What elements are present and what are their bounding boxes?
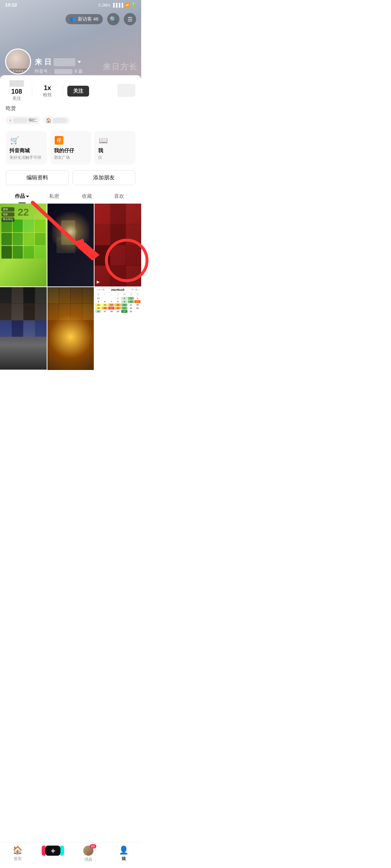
visitors-button[interactable]: 👥 新访客 46 bbox=[66, 14, 103, 24]
tag-gender: ♀ 铜仁 bbox=[6, 116, 40, 124]
video-5-inner bbox=[47, 287, 94, 370]
add-friend-button[interactable]: 添加朋友 bbox=[72, 170, 135, 185]
books-subtitle: 仅 bbox=[98, 155, 102, 160]
stats-row: 108 关注 1x 粉丝 关注 bbox=[0, 75, 141, 105]
tab-private[interactable]: 私密 bbox=[38, 190, 71, 203]
profile-dropdown-icon[interactable] bbox=[77, 61, 81, 63]
stat-following[interactable]: 108 关注 bbox=[6, 80, 28, 102]
followers-label: 粉丝 bbox=[43, 92, 52, 98]
stat-divider-2 bbox=[63, 86, 63, 97]
following-count: 108 bbox=[11, 88, 22, 95]
friends-subtitle: 朋友广场 bbox=[54, 155, 70, 160]
profile-device-count: 6 器 bbox=[75, 68, 83, 75]
bio-section: 吃货 bbox=[0, 105, 141, 115]
tab-dropdown-icon bbox=[26, 196, 29, 197]
video-1-inner: 22 bbox=[0, 204, 47, 286]
shop-icon: 🛒 bbox=[9, 135, 20, 145]
video-cell-6[interactable]: ＜上一月 2022年12月 下一月＞ 日 一 二 三 四 五 六 27 bbox=[94, 287, 141, 370]
menu-button[interactable]: ☰ bbox=[124, 13, 136, 25]
visitors-icon: 👥 bbox=[70, 17, 76, 22]
tabs-row: 作品 私密 收藏 喜欢 bbox=[0, 190, 141, 204]
play-icon-3: ▶ bbox=[97, 280, 100, 284]
tab-works[interactable]: 作品 bbox=[6, 190, 38, 203]
visitors-label: 新访客 46 bbox=[78, 16, 98, 22]
avatar-label: 只不知道来日 bbox=[6, 69, 30, 73]
tab-likes[interactable]: 喜欢 bbox=[103, 190, 136, 203]
profile-name-blur bbox=[54, 58, 75, 66]
following-label: 关注 bbox=[12, 95, 21, 102]
books-icon: 📖 bbox=[98, 135, 108, 145]
profile-name: 来 日 bbox=[35, 57, 83, 67]
video-3-inner: ▶ bbox=[94, 204, 141, 286]
home-icon: 🏠 bbox=[46, 118, 51, 123]
cal-month: 2022年12月 bbox=[111, 288, 125, 292]
followers-count: 1x bbox=[44, 84, 51, 92]
stat-blur-box bbox=[9, 80, 24, 87]
video-4-inner bbox=[0, 287, 47, 370]
feature-friends[interactable]: 仔 我的仔仔 朋友广场 bbox=[50, 131, 91, 165]
video-cell-3[interactable]: ▶ bbox=[94, 204, 141, 286]
tag-home: 🏠 bbox=[43, 117, 70, 124]
friends-icon: 仔 bbox=[54, 135, 64, 145]
hero-section: 来日方长 👥 新访客 46 🔍 ☰ 只不知道来日 来 日 bbox=[0, 0, 141, 80]
menu-icon: ☰ bbox=[127, 16, 133, 23]
tags-row: ♀ 铜仁 🏠 bbox=[0, 115, 141, 128]
profile-id-blur bbox=[54, 69, 72, 74]
profile-card: 108 关注 1x 粉丝 关注 吃货 ♀ 铜仁 bbox=[0, 75, 141, 370]
search-icon: 🔍 bbox=[110, 16, 117, 23]
status-right: 5.2M/s ▐▐▐▐ 📶 🔋 bbox=[98, 3, 136, 7]
books-title: 我 bbox=[98, 148, 103, 154]
stat-follow-btn: 关注 bbox=[67, 86, 89, 97]
shop-title: 抖音商城 bbox=[9, 148, 30, 154]
video-grid: 22 bbox=[0, 204, 141, 370]
profile-info: 只不知道来日 来 日 抖音号： 6 器 bbox=[0, 48, 141, 75]
video-cell-5[interactable] bbox=[47, 287, 94, 370]
video-cell-2[interactable] bbox=[47, 204, 94, 286]
stat-followers[interactable]: 1x 粉丝 bbox=[37, 84, 58, 98]
tag-blur-2 bbox=[52, 118, 67, 123]
hero-nav: 👥 新访客 46 🔍 ☰ bbox=[0, 13, 141, 25]
cal-next: 下一月＞ bbox=[131, 288, 140, 292]
battery-icon: 🔋 bbox=[131, 3, 136, 7]
signal-icon: ▐▐▐▐ bbox=[112, 3, 123, 7]
search-button[interactable]: 🔍 bbox=[107, 13, 119, 25]
video-cell-4[interactable] bbox=[0, 287, 47, 370]
shop-subtitle: 美好生活触手可得 bbox=[9, 155, 41, 160]
bio-text: 吃货 bbox=[6, 105, 16, 111]
video-6-inner: ＜上一月 2022年12月 下一月＞ 日 一 二 三 四 五 六 27 bbox=[94, 287, 141, 370]
status-time: 10:22 bbox=[5, 2, 17, 8]
profile-id-label: 抖音号： bbox=[35, 68, 52, 75]
tag-location: 铜仁 bbox=[29, 117, 37, 123]
avatar[interactable]: 只不知道来日 bbox=[5, 48, 31, 75]
video-cell-1[interactable]: 22 bbox=[0, 204, 47, 286]
profile-id-row: 抖音号： 6 器 bbox=[35, 68, 83, 75]
video-2-inner bbox=[47, 204, 94, 286]
stat-blur-right bbox=[117, 84, 135, 97]
status-bar: 10:22 5.2M/s ▐▐▐▐ 📶 🔋 bbox=[0, 0, 141, 9]
friends-title: 我的仔仔 bbox=[54, 148, 74, 154]
feature-books[interactable]: 📖 我 仅 bbox=[94, 131, 135, 165]
tag-blur-1 bbox=[13, 118, 28, 123]
tab-favorites[interactable]: 收藏 bbox=[71, 190, 103, 203]
features-row: 🛒 抖音商城 美好生活触手可得 仔 我的仔仔 朋友广场 📖 我 仅 bbox=[0, 128, 141, 167]
calendar-header: ＜上一月 2022年12月 下一月＞ bbox=[95, 288, 140, 293]
stat-divider-1 bbox=[32, 86, 32, 97]
wifi-icon: 📶 bbox=[125, 3, 130, 7]
cal-prev: ＜上一月 bbox=[96, 288, 105, 292]
profile-name-text: 来 日 bbox=[35, 57, 51, 67]
works-tab-label: 作品 bbox=[15, 193, 29, 200]
profile-text: 来 日 抖音号： 6 器 bbox=[35, 57, 83, 75]
action-buttons: 编辑资料 添加朋友 bbox=[0, 167, 141, 190]
network-speed: 5.2M/s bbox=[98, 3, 110, 7]
calendar-grid: 日 一 二 三 四 五 六 27 1 2 3 bbox=[95, 293, 140, 313]
edit-profile-button[interactable]: 编辑资料 bbox=[6, 170, 69, 185]
gender-icon: ♀ bbox=[9, 118, 12, 123]
feature-shop[interactable]: 🛒 抖音商城 美好生活触手可得 bbox=[6, 131, 47, 165]
follow-button[interactable]: 关注 bbox=[67, 86, 89, 97]
